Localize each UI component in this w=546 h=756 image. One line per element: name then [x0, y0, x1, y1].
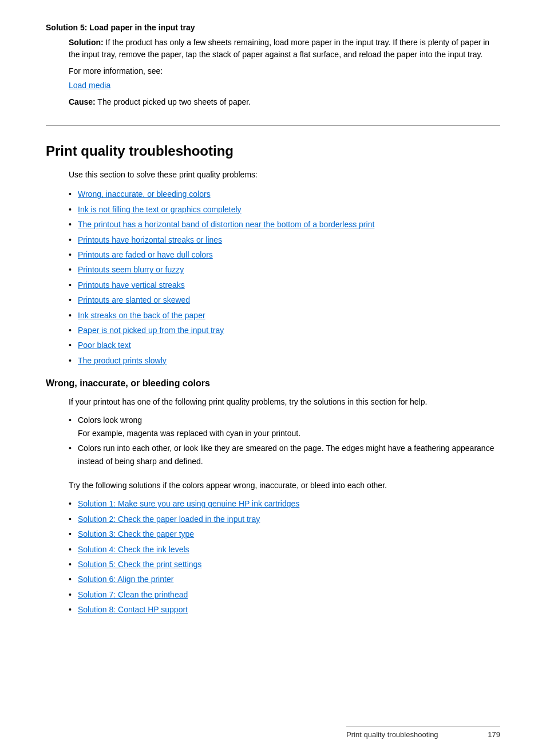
list-item: Colors look wrong For example, magenta w…	[69, 414, 500, 440]
problem-link-8[interactable]: Ink streaks on the back of the paper	[78, 311, 205, 320]
footer-page-number: 179	[488, 730, 500, 739]
footer-divider	[346, 726, 500, 727]
solution-link-1[interactable]: Solution 2: Check the paper loaded in th…	[78, 514, 260, 524]
cause-label: Cause:	[69, 97, 96, 106]
list-item[interactable]: Solution 5: Check the print settings	[69, 558, 500, 571]
list-item[interactable]: Printouts have vertical streaks	[69, 279, 500, 291]
solution-label: Solution:	[69, 38, 104, 47]
solution-link-0[interactable]: Solution 1: Make sure you are using genu…	[78, 499, 299, 508]
solution5-text: Solution: If the product has only a few …	[69, 37, 500, 61]
list-item[interactable]: The printout has a horizontal band of di…	[69, 218, 500, 231]
problem-link-6[interactable]: Printouts have vertical streaks	[78, 280, 185, 290]
wrong-colors-intro: If your printout has one of the followin…	[69, 395, 500, 408]
solution5-section: Solution 5: Load paper in the input tray…	[46, 23, 500, 108]
problem-link-1[interactable]: Ink is not filling the text or graphics …	[78, 205, 242, 214]
load-media-link[interactable]: Load media	[69, 81, 110, 90]
solution5-content: If the product has only a few sheets rem…	[69, 38, 489, 59]
list-item[interactable]: Solution 4: Check the ink levels	[69, 543, 500, 556]
list-item[interactable]: Printouts seem blurry or fuzzy	[69, 263, 500, 276]
list-item: Colors run into each other, or look like…	[69, 442, 500, 468]
section-divider	[46, 125, 500, 126]
wrong-colors-title: Wrong, inaccurate, or bleeding colors	[46, 378, 500, 389]
solution-link-6[interactable]: Solution 7: Clean the printhead	[78, 590, 188, 599]
footer-section-name: Print quality troubleshooting	[346, 730, 438, 739]
list-item[interactable]: The product prints slowly	[69, 354, 500, 367]
problems-list: Wrong, inaccurate, or bleeding colors In…	[69, 188, 500, 367]
solutions-list: Solution 1: Make sure you are using genu…	[69, 497, 500, 616]
problem-link-10[interactable]: Poor black text	[78, 341, 131, 350]
list-item[interactable]: Poor black text	[69, 339, 500, 351]
bullet-main-0: Colors look wrong	[78, 415, 142, 425]
solution5-more-info: For more information, see:	[69, 65, 500, 77]
problem-link-4[interactable]: Printouts are faded or have dull colors	[78, 250, 213, 259]
problem-link-7[interactable]: Printouts are slanted or skewed	[78, 295, 190, 304]
problem-link-3[interactable]: Printouts have horizontal streaks or lin…	[78, 235, 222, 244]
list-item[interactable]: Wrong, inaccurate, or bleeding colors	[69, 188, 500, 200]
print-quality-intro: Use this section to solve these print qu…	[69, 168, 500, 181]
problem-link-5[interactable]: Printouts seem blurry or fuzzy	[78, 265, 184, 274]
problem-link-11[interactable]: The product prints slowly	[78, 356, 167, 365]
list-item[interactable]: Ink is not filling the text or graphics …	[69, 203, 500, 216]
cause-text: The product picked up two sheets of pape…	[96, 97, 251, 106]
try-solutions-text: Try the following solutions if the color…	[69, 479, 500, 492]
list-item[interactable]: Printouts are slanted or skewed	[69, 294, 500, 306]
solution5-cause: Cause: The product picked up two sheets …	[69, 96, 500, 108]
page-footer: Print quality troubleshooting 179	[346, 726, 500, 739]
solution5-body: Solution: If the product has only a few …	[69, 37, 500, 108]
list-item[interactable]: Printouts are faded or have dull colors	[69, 248, 500, 261]
list-item[interactable]: Solution 2: Check the paper loaded in th…	[69, 513, 500, 525]
solution5-link[interactable]: Load media	[69, 80, 500, 92]
list-item[interactable]: Solution 3: Check the paper type	[69, 528, 500, 540]
list-item[interactable]: Printouts have horizontal streaks or lin…	[69, 233, 500, 246]
problem-link-2[interactable]: The printout has a horizontal band of di…	[78, 220, 374, 229]
list-item[interactable]: Ink streaks on the back of the paper	[69, 309, 500, 322]
bullet-main-1: Colors run into each other, or look like…	[78, 444, 494, 465]
list-item[interactable]: Solution 7: Clean the printhead	[69, 588, 500, 601]
page: Solution 5: Load paper in the input tray…	[0, 0, 546, 756]
solution-link-4[interactable]: Solution 5: Check the print settings	[78, 560, 201, 569]
solution5-header: Solution 5: Load paper in the input tray	[46, 23, 500, 32]
bullet-sub-0: For example, magenta was replaced with c…	[78, 429, 300, 438]
list-item[interactable]: Solution 6: Align the printer	[69, 573, 500, 585]
list-item[interactable]: Solution 8: Contact HP support	[69, 603, 500, 616]
solution-link-2[interactable]: Solution 3: Check the paper type	[78, 529, 194, 539]
list-item[interactable]: Paper is not picked up from the input tr…	[69, 324, 500, 337]
wrong-colors-bullets: Colors look wrong For example, magenta w…	[69, 414, 500, 468]
list-item[interactable]: Solution 1: Make sure you are using genu…	[69, 497, 500, 510]
solution-link-5[interactable]: Solution 6: Align the printer	[78, 575, 173, 584]
solution-link-7[interactable]: Solution 8: Contact HP support	[78, 605, 188, 614]
problem-link-0[interactable]: Wrong, inaccurate, or bleeding colors	[78, 189, 211, 199]
print-quality-title: Print quality troubleshooting	[46, 143, 500, 159]
problem-link-9[interactable]: Paper is not picked up from the input tr…	[78, 326, 224, 335]
solution-link-3[interactable]: Solution 4: Check the ink levels	[78, 545, 189, 554]
